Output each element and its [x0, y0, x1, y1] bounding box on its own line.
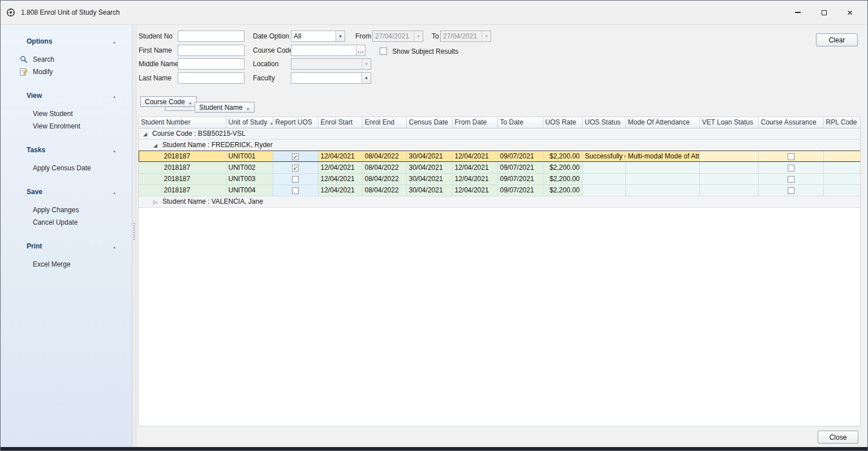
cell-census-date[interactable]: 30/04/2021 [406, 151, 452, 162]
group-row[interactable]: ◢Course Code : BSB50215-VSL [139, 128, 861, 139]
column-header-enrol-end[interactable]: Enrol End [362, 117, 406, 128]
cell-census-date[interactable]: 30/04/2021 [406, 173, 452, 184]
cell-student-number[interactable]: 2018187 [161, 184, 226, 196]
cell-uos-status[interactable]: Successfully co [582, 151, 625, 162]
sidebar-item-view-student[interactable]: View Student [1, 108, 132, 120]
ellipsis-lookup-button[interactable] [356, 45, 365, 55]
cell-from-date[interactable]: 12/04/2021 [452, 162, 497, 173]
column-header-from-date[interactable]: From Date [452, 117, 497, 128]
collapse-chevron-icon[interactable] [111, 188, 117, 196]
cell-uos-rate[interactable]: $2,200.00 [543, 173, 582, 184]
cell-uos-rate[interactable]: $2,200.00 [543, 184, 582, 196]
group-chip-course-code[interactable]: Course Code [140, 96, 197, 107]
cell-unit-of-study[interactable]: UNIT004 [226, 184, 273, 196]
close-dialog-button[interactable]: Close [818, 431, 858, 444]
column-header-student-number[interactable]: Student Number [139, 117, 226, 128]
cell-unit-of-study[interactable]: UNIT001 [226, 151, 273, 162]
cell-to-date[interactable]: 09/07/2021 [497, 173, 543, 184]
cell-enrol-start[interactable]: 12/04/2021 [318, 162, 362, 173]
column-header-rpl-code[interactable]: RPL Code [823, 117, 861, 128]
cell-uos-rate[interactable]: $2,200.00 [543, 151, 582, 162]
collapse-chevron-icon[interactable] [111, 146, 117, 154]
chevron-down-icon[interactable] [362, 73, 371, 83]
collapse-group-icon[interactable]: ◢ [143, 131, 149, 137]
cell-mode-of-attendance[interactable] [625, 173, 699, 184]
course-code-field[interactable] [291, 45, 366, 56]
cell-unit-of-study[interactable]: UNIT003 [226, 173, 273, 184]
last-name-input[interactable] [178, 72, 244, 84]
cell-enrol-start[interactable]: 12/04/2021 [318, 151, 362, 162]
column-header-vet-loan-status[interactable]: VET Loan Status [699, 117, 758, 128]
cell-enrol-end[interactable]: 08/04/2022 [362, 151, 406, 162]
cell-from-date[interactable]: 12/04/2021 [452, 184, 497, 196]
cell-uos-rate[interactable]: $2,200.00 [543, 162, 582, 173]
column-header-mode-of-attendance[interactable]: Mode Of Attendance [625, 117, 699, 128]
sidebar-item-apply-census-date[interactable]: Apply Census Date [1, 162, 132, 174]
expand-group-icon[interactable]: ▷ [153, 199, 160, 205]
column-header-report-uos[interactable]: Report UOS [273, 117, 318, 128]
chevron-down-icon[interactable] [336, 31, 345, 41]
cell-vet-loan-status[interactable] [699, 184, 758, 196]
cell-census-date[interactable]: 30/04/2021 [406, 162, 452, 173]
collapse-group-icon[interactable]: ◢ [153, 143, 160, 148]
cell-enrol-start[interactable]: 12/04/2021 [318, 173, 362, 184]
show-subject-results-checkbox[interactable]: Show Subject Results [380, 47, 458, 55]
column-header-uos-rate[interactable]: UOS Rate [543, 117, 582, 128]
column-header-unit-of-study[interactable]: Unit of Study [226, 117, 273, 128]
cell-rpl-code[interactable] [823, 184, 861, 196]
cell-uos-status[interactable] [582, 162, 625, 173]
middle-name-input[interactable] [178, 58, 244, 70]
sidebar-header-save[interactable]: Save [1, 187, 132, 197]
cell-rpl-code[interactable] [823, 151, 861, 162]
course-assurance-checkbox[interactable] [788, 153, 794, 160]
collapse-chevron-icon[interactable] [111, 37, 117, 45]
grid-data-row[interactable]: 2018187UNIT00312/04/202108/04/202230/04/… [139, 173, 861, 184]
cell-vet-loan-status[interactable] [699, 151, 758, 162]
cell-enrol-end[interactable]: 08/04/2022 [362, 184, 406, 196]
course-code-input[interactable] [291, 45, 356, 55]
course-assurance-checkbox[interactable] [788, 176, 794, 183]
cell-vet-loan-status[interactable] [699, 173, 758, 184]
cell-uos-status[interactable] [582, 173, 625, 184]
sidebar-header-view[interactable]: View [1, 91, 132, 101]
column-header-enrol-start[interactable]: Enrol Start [318, 117, 362, 128]
sidebar-header-tasks[interactable]: Tasks [1, 145, 132, 155]
group-chip-student-name[interactable]: Student Name [195, 102, 255, 113]
column-header-census-date[interactable]: Census Date [406, 117, 452, 128]
cell-uos-status[interactable] [582, 184, 625, 196]
column-header-course-assurance[interactable]: Course Assurance [758, 117, 823, 128]
report-uos-checkbox[interactable] [292, 176, 299, 183]
column-header-uos-status[interactable]: UOS Status [582, 117, 625, 128]
cell-student-number[interactable]: 2018187 [161, 151, 226, 162]
cell-rpl-code[interactable] [823, 173, 861, 184]
cell-enrol-end[interactable]: 08/04/2022 [362, 162, 406, 173]
cell-to-date[interactable]: 09/07/2021 [497, 151, 543, 162]
cell-student-number[interactable]: 2018187 [161, 162, 226, 173]
cell-vet-loan-status[interactable] [699, 162, 758, 173]
cell-student-number[interactable]: 2018187 [161, 173, 226, 184]
collapse-chevron-icon[interactable] [111, 92, 117, 100]
grid-data-row[interactable]: 2018187UNIT00212/04/202108/04/202230/04/… [139, 162, 861, 173]
cell-census-date[interactable]: 30/04/2021 [406, 184, 452, 196]
sidebar-header-print[interactable]: Print [1, 241, 132, 251]
course-assurance-checkbox[interactable] [788, 187, 794, 194]
group-row[interactable]: ▷Student Name : VALENCIA, Jane [139, 196, 861, 207]
first-name-input[interactable] [178, 45, 244, 56]
titlebar-close-button[interactable] [841, 5, 858, 20]
cell-to-date[interactable]: 09/07/2021 [497, 184, 543, 196]
cell-to-date[interactable]: 09/07/2021 [497, 162, 543, 173]
cell-rpl-code[interactable] [823, 162, 861, 173]
report-uos-checkbox[interactable] [292, 165, 299, 171]
group-row[interactable]: ◢Student Name : FREDERICK, Ryder [139, 139, 861, 151]
cell-unit-of-study[interactable]: UNIT002 [226, 162, 273, 173]
course-assurance-checkbox[interactable] [788, 165, 794, 171]
cell-mode-of-attendance[interactable] [625, 162, 699, 173]
report-uos-checkbox[interactable] [292, 153, 299, 160]
column-header-to-date[interactable]: To Date [497, 117, 543, 128]
sidebar-item-apply-changes[interactable]: Apply Changes [1, 204, 132, 216]
student-no-input[interactable] [178, 31, 244, 42]
grid-data-row[interactable]: 2018187UNIT00412/04/202108/04/202230/04/… [139, 184, 861, 196]
checkbox-box-icon[interactable] [380, 48, 387, 55]
cell-enrol-end[interactable]: 08/04/2022 [362, 173, 406, 184]
cell-mode-of-attendance[interactable]: Multi-modal Mode of Attend [625, 151, 699, 162]
